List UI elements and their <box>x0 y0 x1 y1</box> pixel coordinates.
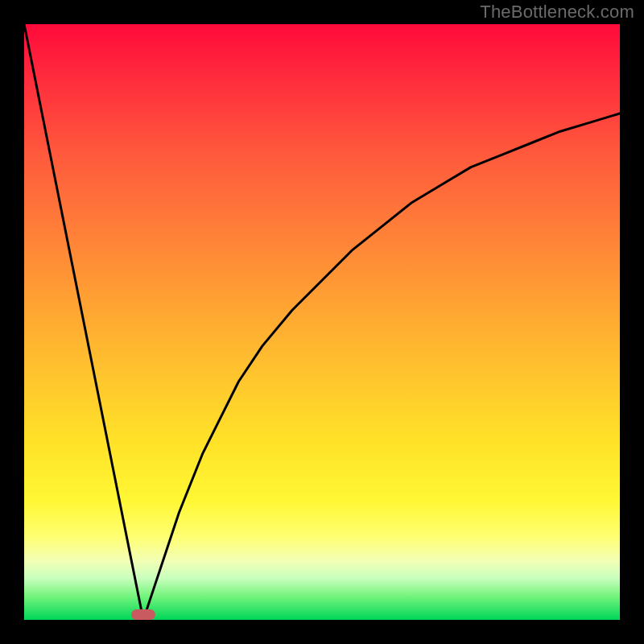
series-left-branch <box>24 24 143 620</box>
optimum-marker <box>131 609 155 620</box>
plot-area <box>24 24 620 620</box>
marker-group <box>131 609 155 620</box>
chart-svg <box>24 24 620 620</box>
curve-group <box>24 24 620 620</box>
chart-frame: TheBottleneck.com <box>0 0 644 644</box>
watermark-text: TheBottleneck.com <box>480 2 634 23</box>
series-right-branch <box>143 114 620 620</box>
